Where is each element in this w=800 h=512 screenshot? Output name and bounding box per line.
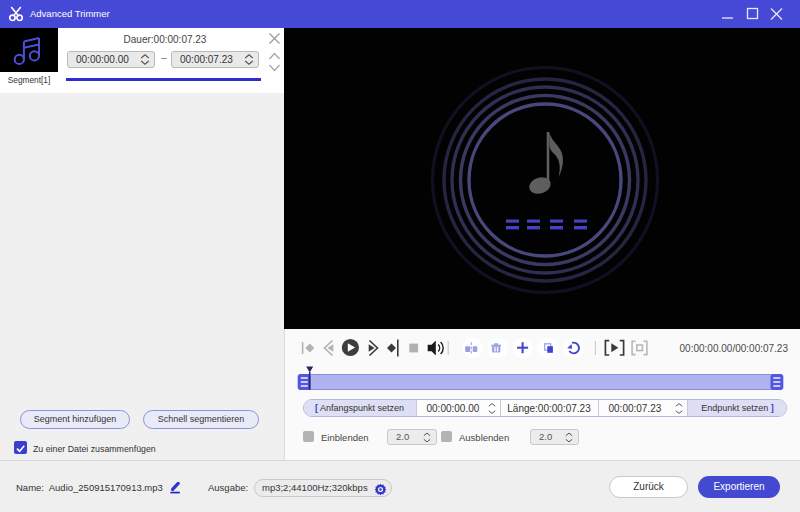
svg-text:00:00:00.00/00:00:07.23: 00:00:00.00/00:00:07.23 [680, 343, 789, 354]
